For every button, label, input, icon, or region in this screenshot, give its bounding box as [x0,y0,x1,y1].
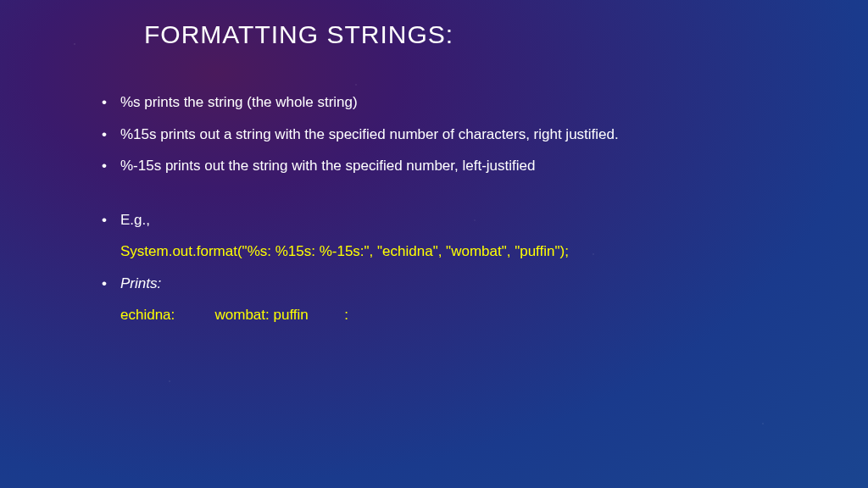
bullet-text: E.g., [120,209,150,231]
bullet-marker: • [102,124,120,146]
code-example: System.out.format("%s: %15s: %-15s:", "e… [120,241,868,263]
bullet-item: • %s prints the string (the whole string… [102,92,868,114]
bullet-marker: • [102,92,120,114]
bullet-marker: • [102,155,120,177]
slide-body: • %s prints the string (the whole string… [0,49,868,326]
bullet-item: • %-15s prints out the string with the s… [102,155,868,177]
bullet-text: %s prints the string (the whole string) [120,92,358,114]
bullet-text: Prints: [120,273,161,295]
bullet-item: • Prints: [102,273,868,295]
bullet-text: %15s prints out a string with the specif… [120,124,619,146]
slide-title: FORMATTING STRINGS: [0,0,868,49]
bullet-item: • %15s prints out a string with the spec… [102,124,868,146]
bullet-item: • E.g., [102,209,868,231]
code-output: echidna: wombat: puffin : [120,304,868,326]
bullet-marker: • [102,273,120,295]
bullet-text: %-15s prints out the string with the spe… [120,155,535,177]
bullet-marker: • [102,209,120,231]
